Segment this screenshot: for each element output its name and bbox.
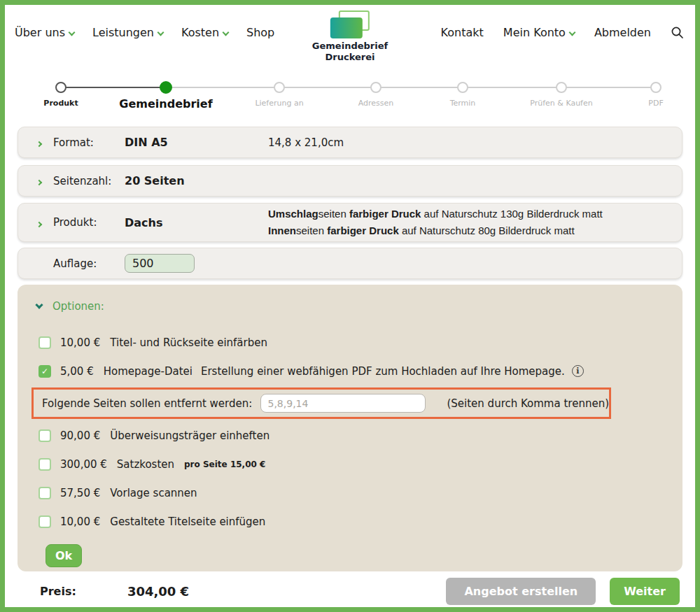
nav-leistungen-label: Leistungen xyxy=(92,26,154,39)
step-label-pruefen-kaufen[interactable]: Prüfen & Kaufen xyxy=(530,99,592,108)
chevron-right-icon xyxy=(36,221,42,227)
seitenzahl-row[interactable]: Seitenzahl: 20 Seiten xyxy=(18,165,682,197)
price-value: 304,00 € xyxy=(127,584,189,599)
format-value: DIN A5 xyxy=(125,136,268,149)
seitenzahl-value: 20 Seiten xyxy=(125,174,268,187)
step-label-lieferung-an[interactable]: Lieferung an xyxy=(255,99,303,108)
header: Über uns Leistungen Kosten Shop Gemeinde… xyxy=(5,5,695,72)
step-dot-termin[interactable] xyxy=(457,82,468,93)
option-row-satzkosten: 300,00 € Satzkosten pro Seite 15,00 € xyxy=(38,450,682,478)
nav-abmelden[interactable]: Abmelden xyxy=(594,26,651,39)
step-dot-pruefen-kaufen[interactable] xyxy=(556,82,567,93)
step-dot-gemeindebrief[interactable] xyxy=(160,81,172,94)
checkbox-vorlage-scannen[interactable] xyxy=(38,487,51,499)
remove-pages-label: Folgende Seiten sollen entfernt werden: xyxy=(42,397,260,410)
ok-button[interactable]: Ok xyxy=(46,544,82,567)
chevron-down-icon xyxy=(568,29,575,36)
option-label: Vorlage scannen xyxy=(110,487,197,499)
option-note: pro Seite 15,00 € xyxy=(184,460,265,469)
option-description: Erstellung einer webfähigen PDF zum Hoch… xyxy=(201,365,565,378)
step-label-pdf[interactable]: PDF xyxy=(648,99,663,108)
main-nav: Über uns Leistungen Kosten Shop xyxy=(15,26,274,39)
option-price: 57,50 € xyxy=(60,487,100,499)
step-dot-pdf[interactable] xyxy=(650,82,662,93)
logo-gradient-rect xyxy=(330,17,363,38)
format-detail: 14,8 x 21,0cm xyxy=(268,136,344,149)
nav-shop[interactable]: Shop xyxy=(246,26,274,39)
logo-text-line1: Gemeindebrief xyxy=(312,41,388,52)
angebot-erstellen-button[interactable]: Angebot erstellen xyxy=(446,578,596,605)
option-row-vorlage-scannen: 57,50 € Vorlage scannen xyxy=(38,478,682,507)
remove-pages-note: (Seiten durch Komma trennen) xyxy=(447,397,609,410)
option-price: 300,00 € xyxy=(60,458,107,471)
produkt-value: Dachs xyxy=(125,216,268,229)
optionen-panel: Optionen: 10,00 € Titel- und Rückseite e… xyxy=(18,285,682,571)
nav-kontakt[interactable]: Kontakt xyxy=(441,26,484,39)
step-label-adressen[interactable]: Adressen xyxy=(358,99,394,108)
step-dot-produkt[interactable] xyxy=(55,82,66,93)
price-label: Preis: xyxy=(40,585,76,598)
chevron-right-icon xyxy=(36,180,42,185)
checkbox-ueberweisungstraeger[interactable] xyxy=(38,429,51,442)
auflage-label: Auflage: xyxy=(53,257,125,270)
auflage-input[interactable] xyxy=(125,254,195,273)
checkbox-satzkosten[interactable] xyxy=(38,458,51,471)
stepper-track-done xyxy=(61,87,166,88)
page-frame: Über uns Leistungen Kosten Shop Gemeinde… xyxy=(0,0,700,612)
option-price: 90,00 € xyxy=(60,429,100,442)
nav-abmelden-label: Abmelden xyxy=(594,26,651,39)
format-row[interactable]: Format: DIN A5 14,8 x 21,0cm xyxy=(18,127,682,158)
auflage-row: Auflage: xyxy=(18,248,682,279)
nav-mein-konto[interactable]: Mein Konto xyxy=(503,26,575,39)
chevron-down-icon xyxy=(158,29,164,36)
search-icon[interactable] xyxy=(671,26,684,39)
option-row-ueberweisungstraeger: 90,00 € Überweisungsträger einheften xyxy=(38,421,682,450)
info-icon[interactable]: i xyxy=(572,365,584,377)
option-price: 5,00 € xyxy=(60,365,94,378)
option-row-einfaerben: 10,00 € Titel- und Rückseite einfärben xyxy=(38,328,682,357)
nav-shop-label: Shop xyxy=(246,26,274,39)
remove-pages-highlight-row: Folgende Seiten sollen entfernt werden: … xyxy=(31,387,611,419)
seitenzahl-label: Seitenzahl: xyxy=(53,175,125,187)
logo-icon xyxy=(330,10,370,38)
checkbox-homepage-datei-checked[interactable]: ✓ xyxy=(38,365,51,378)
nav-kosten[interactable]: Kosten xyxy=(181,26,228,39)
format-label: Format: xyxy=(53,136,125,149)
nav-ueber-uns[interactable]: Über uns xyxy=(15,26,74,39)
progress-stepper: Produkt Gemeindebrief Lieferung an Adres… xyxy=(19,75,681,118)
step-label-produkt[interactable]: Produkt xyxy=(43,99,78,108)
option-row-homepage-datei: ✓ 5,00 € Homepage-Datei Erstellung einer… xyxy=(38,357,682,385)
logo[interactable]: Gemeindebrief Druckerei xyxy=(312,10,388,63)
produkt-description: Umschlagseiten farbiger Druck auf Naturs… xyxy=(268,206,603,239)
option-label: Gestaltete Titelseite einfügen xyxy=(110,515,265,528)
produkt-row[interactable]: Produkt: Dachs Umschlagseiten farbiger D… xyxy=(18,203,682,242)
checkbox-titelseite[interactable] xyxy=(38,515,51,528)
chevron-down-icon xyxy=(69,29,76,36)
option-label: Homepage-Datei xyxy=(104,365,192,378)
checkbox-einfaerben[interactable] xyxy=(38,336,51,349)
nav-ueber-uns-label: Über uns xyxy=(15,26,65,39)
check-icon: ✓ xyxy=(41,367,48,376)
stepper-track-todo xyxy=(166,87,656,88)
nav-mein-konto-label: Mein Konto xyxy=(503,26,566,39)
remove-pages-input[interactable] xyxy=(260,394,426,413)
weiter-button[interactable]: Weiter xyxy=(610,578,680,605)
nav-kosten-label: Kosten xyxy=(181,26,219,39)
step-label-termin[interactable]: Termin xyxy=(450,99,476,108)
option-price: 10,00 € xyxy=(60,336,100,349)
footer: Preis: 304,00 € Angebot erstellen Weiter xyxy=(5,571,695,607)
optionen-header[interactable]: Optionen: xyxy=(36,296,682,317)
option-price: 10,00 € xyxy=(60,515,100,528)
option-label: Überweisungsträger einheften xyxy=(110,429,270,442)
chevron-down-icon xyxy=(223,29,230,36)
option-label: Titel- und Rückseite einfärben xyxy=(110,336,267,349)
secondary-nav: Kontakt Mein Konto Abmelden xyxy=(441,26,684,39)
option-row-titelseite: 10,00 € Gestaltete Titelseite einfügen xyxy=(38,507,682,536)
nav-kontakt-label: Kontakt xyxy=(441,26,484,39)
step-label-gemeindebrief[interactable]: Gemeindebrief xyxy=(119,97,212,111)
step-dot-lieferung-an[interactable] xyxy=(274,82,285,93)
nav-leistungen[interactable]: Leistungen xyxy=(92,26,163,39)
step-dot-adressen[interactable] xyxy=(370,82,382,93)
chevron-right-icon xyxy=(36,141,42,147)
optionen-title: Optionen: xyxy=(52,300,104,313)
